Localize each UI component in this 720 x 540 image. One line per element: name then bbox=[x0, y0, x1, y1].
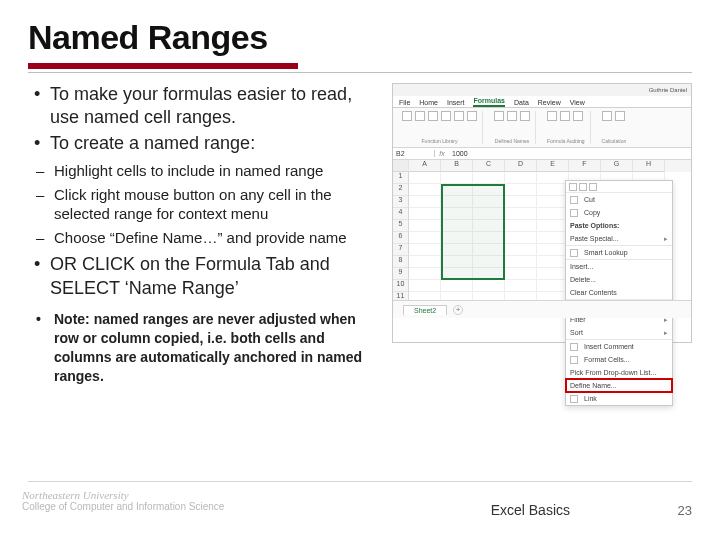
cell[interactable] bbox=[441, 172, 473, 184]
cell[interactable] bbox=[473, 208, 505, 220]
ctx-clear[interactable]: Clear Contents bbox=[566, 286, 672, 299]
cell[interactable] bbox=[441, 220, 473, 232]
cell[interactable] bbox=[409, 208, 441, 220]
row-header[interactable]: 3 bbox=[393, 196, 409, 208]
cell[interactable] bbox=[505, 244, 537, 256]
calc-options-icon[interactable] bbox=[615, 111, 625, 121]
ctx-insert-comment[interactable]: Insert Comment bbox=[566, 340, 672, 353]
row-header[interactable]: 2 bbox=[393, 184, 409, 196]
ctx-delete[interactable]: Delete... bbox=[566, 273, 672, 286]
col-header[interactable]: G bbox=[601, 160, 633, 172]
row-header[interactable]: 6 bbox=[393, 232, 409, 244]
formula-bar[interactable]: 1000 bbox=[449, 150, 691, 157]
cell[interactable] bbox=[473, 244, 505, 256]
cell[interactable] bbox=[441, 244, 473, 256]
recently-used-icon[interactable] bbox=[415, 111, 425, 121]
select-all-cell[interactable] bbox=[393, 160, 409, 172]
fx-icon[interactable]: fx bbox=[435, 150, 449, 157]
ctx-link[interactable]: Link bbox=[566, 392, 672, 405]
cell[interactable] bbox=[505, 196, 537, 208]
cell[interactable] bbox=[409, 172, 441, 184]
trace-precedents-icon[interactable] bbox=[547, 111, 557, 121]
cell[interactable] bbox=[473, 172, 505, 184]
use-in-formula-icon[interactable] bbox=[520, 111, 530, 121]
name-box[interactable]: B2 bbox=[393, 150, 435, 157]
cell[interactable] bbox=[473, 184, 505, 196]
logical-icon[interactable] bbox=[441, 111, 451, 121]
trace-dependents-icon[interactable] bbox=[560, 111, 570, 121]
cell[interactable] bbox=[473, 220, 505, 232]
sheet-tab[interactable]: Sheet2 bbox=[403, 305, 447, 315]
cell[interactable] bbox=[473, 196, 505, 208]
cell[interactable] bbox=[473, 268, 505, 280]
new-sheet-button[interactable]: + bbox=[453, 305, 463, 315]
col-header[interactable]: A bbox=[409, 160, 441, 172]
ctx-format-cells[interactable]: Format Cells... bbox=[566, 353, 672, 366]
cell[interactable] bbox=[409, 220, 441, 232]
row-header[interactable]: 10 bbox=[393, 280, 409, 292]
cell[interactable] bbox=[473, 256, 505, 268]
col-header[interactable]: D bbox=[505, 160, 537, 172]
cell[interactable] bbox=[441, 232, 473, 244]
row-header[interactable]: 5 bbox=[393, 220, 409, 232]
financial-icon[interactable] bbox=[428, 111, 438, 121]
ctx-smart-lookup[interactable]: Smart Lookup bbox=[566, 246, 672, 259]
cell[interactable] bbox=[505, 208, 537, 220]
cell[interactable] bbox=[441, 184, 473, 196]
cell[interactable] bbox=[409, 184, 441, 196]
ctx-cut[interactable]: Cut bbox=[566, 193, 672, 206]
cell[interactable] bbox=[505, 220, 537, 232]
cell[interactable] bbox=[409, 256, 441, 268]
cell[interactable] bbox=[473, 232, 505, 244]
cell[interactable] bbox=[505, 268, 537, 280]
ctx-insert[interactable]: Insert... bbox=[566, 260, 672, 273]
col-header[interactable]: C bbox=[473, 160, 505, 172]
cell[interactable] bbox=[441, 268, 473, 280]
ctx-copy[interactable]: Copy bbox=[566, 206, 672, 219]
col-header[interactable]: H bbox=[633, 160, 665, 172]
text-icon[interactable] bbox=[454, 111, 464, 121]
ctx-sort[interactable]: Sort▸ bbox=[566, 326, 672, 339]
ribbon-tab[interactable]: Insert bbox=[447, 99, 465, 107]
cell[interactable] bbox=[505, 172, 537, 184]
col-header[interactable]: F bbox=[569, 160, 601, 172]
ctx-paste-special[interactable]: Paste Special...▸ bbox=[566, 232, 672, 245]
cell[interactable] bbox=[441, 256, 473, 268]
border-icon[interactable] bbox=[589, 183, 597, 191]
cell[interactable] bbox=[505, 184, 537, 196]
ctx-pick-list[interactable]: Pick From Drop-down List... bbox=[566, 366, 672, 379]
row-header[interactable]: 8 bbox=[393, 256, 409, 268]
ribbon-tab[interactable]: Home bbox=[419, 99, 438, 107]
watch-window-icon[interactable] bbox=[602, 111, 612, 121]
ribbon-tab[interactable]: Data bbox=[514, 99, 529, 107]
col-header[interactable]: B bbox=[441, 160, 473, 172]
cell[interactable] bbox=[505, 280, 537, 292]
name-manager-icon[interactable] bbox=[494, 111, 504, 121]
cell[interactable] bbox=[409, 232, 441, 244]
font-color-icon[interactable] bbox=[569, 183, 577, 191]
ribbon-tab-formulas[interactable]: Formulas bbox=[473, 97, 505, 107]
col-header[interactable]: E bbox=[537, 160, 569, 172]
cell[interactable] bbox=[505, 232, 537, 244]
cell[interactable] bbox=[441, 208, 473, 220]
cell[interactable] bbox=[441, 280, 473, 292]
cell[interactable] bbox=[409, 196, 441, 208]
cell[interactable] bbox=[409, 244, 441, 256]
row-header[interactable]: 7 bbox=[393, 244, 409, 256]
ctx-define-name[interactable]: Define Name... bbox=[566, 379, 672, 392]
row-header[interactable]: 4 bbox=[393, 208, 409, 220]
cell[interactable] bbox=[409, 280, 441, 292]
row-header[interactable]: 9 bbox=[393, 268, 409, 280]
fill-color-icon[interactable] bbox=[579, 183, 587, 191]
remove-arrows-icon[interactable] bbox=[573, 111, 583, 121]
row-header[interactable]: 1 bbox=[393, 172, 409, 184]
cell[interactable] bbox=[441, 196, 473, 208]
cell[interactable] bbox=[409, 268, 441, 280]
define-name-icon[interactable] bbox=[507, 111, 517, 121]
autosum-icon[interactable] bbox=[402, 111, 412, 121]
ribbon-tab[interactable]: File bbox=[399, 99, 410, 107]
cell[interactable] bbox=[505, 256, 537, 268]
cell[interactable] bbox=[473, 280, 505, 292]
ribbon-tab[interactable]: Review bbox=[538, 99, 561, 107]
date-time-icon[interactable] bbox=[467, 111, 477, 121]
